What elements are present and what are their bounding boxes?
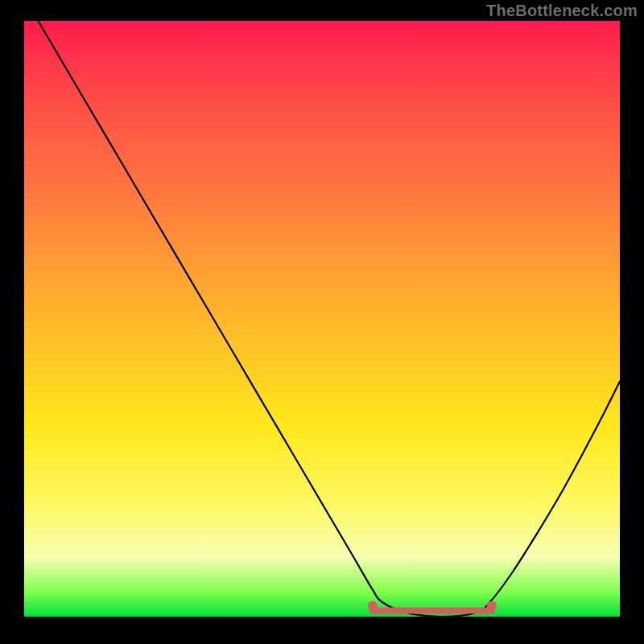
optimal-range-end-knob bbox=[487, 601, 497, 611]
chart-frame: TheBottleneck.com bbox=[0, 0, 644, 644]
watermark-text: TheBottleneck.com bbox=[486, 2, 638, 20]
plot-area bbox=[24, 21, 620, 617]
bottleneck-curve bbox=[24, 0, 620, 617]
optimal-range-start-knob bbox=[368, 601, 378, 611]
curve-svg bbox=[24, 21, 620, 617]
